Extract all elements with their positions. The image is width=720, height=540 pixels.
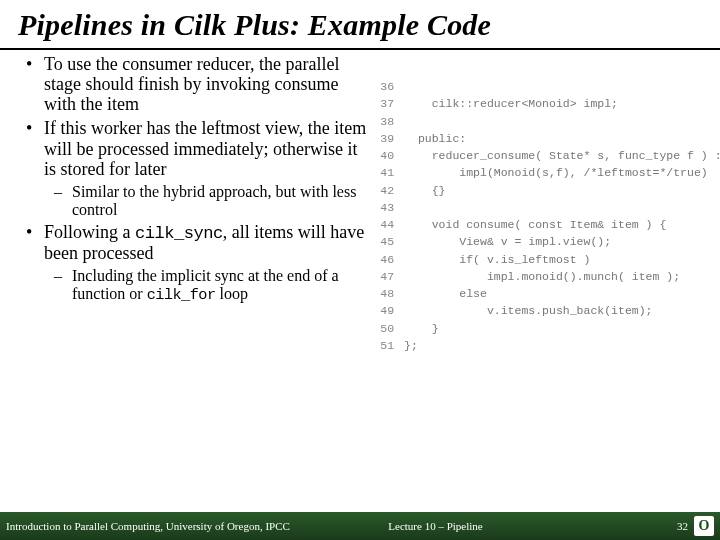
code-line: 49 v.items.push_back(item); [378, 302, 712, 319]
footer-mid: Lecture 10 – Pipeline [388, 520, 654, 532]
footer-left: Introduction to Parallel Computing, Univ… [6, 520, 388, 532]
code-text: public: [404, 130, 466, 147]
code-listing: 3637 cilk::reducer<Monoid> impl;3839 pub… [378, 78, 712, 354]
line-number: 43 [378, 199, 404, 216]
bullet-3: Following a cilk_sync, all items will ha… [26, 222, 368, 304]
code-line: 36 [378, 78, 712, 95]
code-text: else [404, 285, 487, 302]
bullet-1: To use the consumer reducer, the paralle… [26, 54, 368, 114]
uo-logo-icon: O [694, 516, 714, 536]
code-text: reducer_consume( State* s, func_type f )… [404, 147, 720, 164]
slide-title: Pipelines in Cilk Plus: Example Code [0, 0, 720, 50]
code-text: impl.monoid().munch( item ); [404, 268, 680, 285]
code-line: 41 impl(Monoid(s,f), /*leftmost=*/true) [378, 164, 712, 181]
bullet-2: If this worker has the leftmost view, th… [26, 118, 368, 218]
code-line: 46 if( v.is_leftmost ) [378, 251, 712, 268]
code-line: 40 reducer_consume( State* s, func_type … [378, 147, 712, 164]
code-text: } [404, 320, 439, 337]
code-text: }; [404, 337, 418, 354]
code-text: v.items.push_back(item); [404, 302, 652, 319]
line-number: 50 [378, 320, 404, 337]
code-line: 47 impl.monoid().munch( item ); [378, 268, 712, 285]
bullet-3-sub-1-code: cilk_for [147, 286, 216, 304]
code-line: 42 {} [378, 182, 712, 199]
line-number: 51 [378, 337, 404, 354]
text-column: To use the consumer reducer, the paralle… [8, 54, 374, 512]
line-number: 45 [378, 233, 404, 250]
code-text: impl(Monoid(s,f), /*leftmost=*/true) [404, 164, 708, 181]
code-text: cilk::reducer<Monoid> impl; [404, 95, 618, 112]
code-line: 51}; [378, 337, 712, 354]
code-line: 38 [378, 113, 712, 130]
line-number: 38 [378, 113, 404, 130]
code-line: 39 public: [378, 130, 712, 147]
code-text: void consume( const Item& item ) { [404, 216, 666, 233]
page-number: 32 [677, 520, 688, 532]
footer: Introduction to Parallel Computing, Univ… [0, 512, 720, 540]
bullet-3-sub-1-b: loop [216, 285, 248, 302]
line-number: 37 [378, 95, 404, 112]
bullet-3-sub-1: Including the implicit sync at the end o… [54, 267, 368, 303]
code-line: 43 [378, 199, 712, 216]
code-text: if( v.is_leftmost ) [404, 251, 590, 268]
code-line: 45 View& v = impl.view(); [378, 233, 712, 250]
line-number: 41 [378, 164, 404, 181]
code-line: 50 } [378, 320, 712, 337]
bullet-2-sub-1: Similar to the hybrid approach, but with… [54, 183, 368, 218]
slide-body: To use the consumer reducer, the paralle… [0, 50, 720, 512]
bullet-3-a: Following a [44, 222, 135, 242]
code-line: 48 else [378, 285, 712, 302]
line-number: 46 [378, 251, 404, 268]
code-line: 44 void consume( const Item& item ) { [378, 216, 712, 233]
bullet-2-text: If this worker has the leftmost view, th… [44, 118, 366, 178]
line-number: 42 [378, 182, 404, 199]
line-number: 36 [378, 78, 404, 95]
line-number: 47 [378, 268, 404, 285]
line-number: 49 [378, 302, 404, 319]
line-number: 44 [378, 216, 404, 233]
code-line: 37 cilk::reducer<Monoid> impl; [378, 95, 712, 112]
line-number: 39 [378, 130, 404, 147]
code-text: {} [404, 182, 445, 199]
line-number: 40 [378, 147, 404, 164]
code-column: 3637 cilk::reducer<Monoid> impl;3839 pub… [374, 54, 712, 512]
line-number: 48 [378, 285, 404, 302]
bullet-3-code: cilk_sync [135, 224, 223, 243]
code-text: View& v = impl.view(); [404, 233, 611, 250]
